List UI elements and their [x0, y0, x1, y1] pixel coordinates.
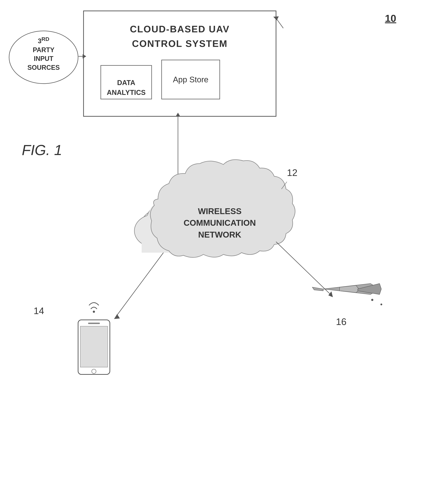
app-store-label: App Store — [162, 60, 220, 99]
ref-12: 12 — [287, 167, 297, 178]
svg-point-29 — [371, 299, 373, 301]
svg-line-22 — [276, 242, 330, 294]
third-party-text: 3RDPARTYINPUTSOURCES — [27, 37, 60, 71]
ref-16: 16 — [336, 316, 347, 327]
svg-rect-25 — [80, 326, 108, 367]
svg-rect-27 — [88, 323, 100, 324]
data-analytics-text: DATA — [117, 79, 135, 87]
svg-marker-23 — [328, 291, 333, 297]
svg-line-9 — [276, 18, 283, 28]
diagram-container: CLOUD-BASED UAV CONTROL SYSTEM 3RDPARTYI… — [0, 0, 438, 504]
svg-marker-21 — [114, 314, 120, 319]
third-party-label: 3RDPARTYINPUTSOURCES — [11, 35, 76, 72]
wireless-network-label: WIRELESSCOMMUNICATIONNETWORK — [156, 205, 283, 241]
ref-10: 10 — [385, 12, 396, 24]
ref-14: 14 — [33, 305, 44, 316]
svg-point-28 — [93, 311, 95, 313]
app-store-text: App Store — [173, 75, 208, 84]
svg-point-30 — [380, 304, 382, 305]
svg-line-20 — [116, 253, 164, 316]
cloud-system-title-line2: CONTROL SYSTEM — [84, 38, 276, 49]
wireless-network-text: WIRELESSCOMMUNICATIONNETWORK — [184, 206, 256, 239]
data-analytics-label: DATAANALYTICS — [101, 71, 152, 104]
cloud-system-title-line1: CLOUD-BASED UAV — [84, 24, 276, 34]
figure-label: FIG. 1 — [22, 142, 62, 159]
